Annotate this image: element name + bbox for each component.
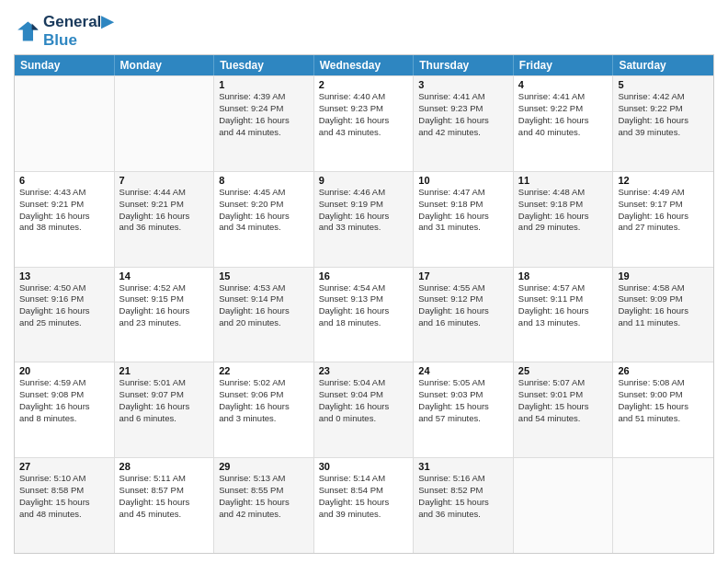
cell-line: Daylight: 16 hours xyxy=(319,401,409,413)
cell-line: Sunrise: 4:47 AM xyxy=(418,187,508,199)
page: General▶ Blue SundayMondayTuesdayWednesd… xyxy=(0,0,728,563)
cell-line: Sunset: 9:22 PM xyxy=(618,103,709,115)
calendar-cell: 25Sunrise: 5:07 AMSunset: 9:01 PMDayligh… xyxy=(514,362,614,457)
day-number: 18 xyxy=(518,270,609,282)
cell-line: Daylight: 15 hours xyxy=(319,497,409,509)
cell-line: Daylight: 16 hours xyxy=(418,305,508,317)
day-number: 20 xyxy=(19,365,109,376)
cell-line: Sunset: 9:23 PM xyxy=(418,103,508,115)
cell-line: Sunset: 8:57 PM xyxy=(119,485,210,497)
cell-line: Daylight: 16 hours xyxy=(19,211,109,223)
cell-line: Sunset: 9:16 PM xyxy=(19,293,109,305)
cell-line: and 6 minutes. xyxy=(119,413,210,425)
cell-line: Sunrise: 5:13 AM xyxy=(219,473,309,485)
cell-line: Sunrise: 4:48 AM xyxy=(518,187,609,199)
cell-line: and 42 minutes. xyxy=(219,509,309,521)
cell-line: Daylight: 16 hours xyxy=(618,211,709,223)
cell-line: Sunrise: 4:54 AM xyxy=(319,282,409,294)
calendar-header-cell: Friday xyxy=(514,55,614,75)
cell-line: and 8 minutes. xyxy=(19,413,109,425)
day-number: 22 xyxy=(219,365,309,376)
calendar-cell xyxy=(613,458,713,553)
calendar-cell xyxy=(115,76,215,171)
calendar-cell xyxy=(15,76,115,171)
cell-line: Sunset: 9:17 PM xyxy=(618,199,709,211)
cell-line: Daylight: 15 hours xyxy=(518,401,609,413)
day-number: 5 xyxy=(618,79,709,90)
day-number: 30 xyxy=(319,461,409,472)
header: General▶ Blue xyxy=(14,9,714,49)
cell-line: Sunrise: 5:02 AM xyxy=(219,377,309,389)
cell-line: Sunset: 9:20 PM xyxy=(219,199,309,211)
cell-line: Sunset: 9:03 PM xyxy=(418,389,508,401)
cell-line: and 39 minutes. xyxy=(618,127,709,139)
cell-line: Sunset: 9:24 PM xyxy=(219,103,309,115)
day-number: 1 xyxy=(219,79,309,90)
cell-line: Daylight: 16 hours xyxy=(618,305,709,317)
cell-line: and 33 minutes. xyxy=(319,222,409,234)
cell-line: Sunrise: 4:39 AM xyxy=(219,91,309,103)
cell-line: Sunrise: 5:14 AM xyxy=(319,473,409,485)
cell-line: Daylight: 16 hours xyxy=(319,115,409,127)
calendar-cell: 14Sunrise: 4:52 AMSunset: 9:15 PMDayligh… xyxy=(115,268,215,362)
cell-line: Daylight: 16 hours xyxy=(119,401,210,413)
svg-marker-2 xyxy=(32,23,39,29)
day-number: 10 xyxy=(418,175,508,186)
cell-line: and 18 minutes. xyxy=(319,317,409,329)
calendar-cell: 22Sunrise: 5:02 AMSunset: 9:06 PMDayligh… xyxy=(214,362,314,457)
cell-line: Sunset: 9:19 PM xyxy=(319,199,409,211)
calendar-cell: 16Sunrise: 4:54 AMSunset: 9:13 PMDayligh… xyxy=(314,268,415,362)
day-number: 13 xyxy=(19,270,109,282)
cell-line: Daylight: 16 hours xyxy=(119,211,210,223)
cell-line: Sunrise: 4:57 AM xyxy=(518,282,609,294)
cell-line: and 23 minutes. xyxy=(119,317,210,329)
cell-line: Daylight: 16 hours xyxy=(518,115,609,127)
cell-line: Sunset: 9:18 PM xyxy=(418,199,508,211)
cell-line: Sunset: 9:11 PM xyxy=(518,293,609,305)
cell-line: and 3 minutes. xyxy=(219,413,309,425)
cell-line: and 39 minutes. xyxy=(319,509,409,521)
day-number: 17 xyxy=(418,270,508,282)
cell-line: Daylight: 16 hours xyxy=(19,401,109,413)
calendar-header-cell: Monday xyxy=(115,55,215,75)
cell-line: Daylight: 16 hours xyxy=(219,401,309,413)
calendar-cell: 23Sunrise: 5:04 AMSunset: 9:04 PMDayligh… xyxy=(314,362,415,457)
cell-line: Sunrise: 4:49 AM xyxy=(618,187,709,199)
cell-line: Sunset: 9:15 PM xyxy=(119,293,210,305)
cell-line: Sunrise: 4:50 AM xyxy=(19,282,109,294)
cell-line: Daylight: 15 hours xyxy=(418,497,508,509)
cell-line: and 48 minutes. xyxy=(19,509,109,521)
cell-line: Sunset: 9:07 PM xyxy=(119,389,210,401)
cell-line: Sunrise: 5:04 AM xyxy=(319,377,409,389)
calendar-cell: 19Sunrise: 4:58 AMSunset: 9:09 PMDayligh… xyxy=(613,268,713,362)
calendar-header-cell: Tuesday xyxy=(214,55,314,75)
day-number: 23 xyxy=(319,365,409,376)
day-number: 25 xyxy=(518,365,609,376)
cell-line: Sunrise: 4:45 AM xyxy=(219,187,309,199)
day-number: 16 xyxy=(319,270,409,282)
logo-icon xyxy=(14,18,40,44)
cell-line: Sunrise: 5:05 AM xyxy=(418,377,508,389)
day-number: 29 xyxy=(219,461,309,472)
calendar-cell: 18Sunrise: 4:57 AMSunset: 9:11 PMDayligh… xyxy=(514,268,614,362)
cell-line: Daylight: 16 hours xyxy=(618,115,709,127)
calendar-row: 20Sunrise: 4:59 AMSunset: 9:08 PMDayligh… xyxy=(15,362,713,457)
cell-line: Daylight: 15 hours xyxy=(418,401,508,413)
cell-line: Sunset: 8:52 PM xyxy=(418,485,508,497)
cell-line: and 42 minutes. xyxy=(418,127,508,139)
cell-line: Sunrise: 5:11 AM xyxy=(119,473,210,485)
cell-line: Sunset: 9:01 PM xyxy=(518,389,609,401)
cell-line: and 0 minutes. xyxy=(319,413,409,425)
cell-line: Sunrise: 5:10 AM xyxy=(19,473,109,485)
cell-line: Daylight: 16 hours xyxy=(219,115,309,127)
cell-line: Sunrise: 4:43 AM xyxy=(19,187,109,199)
day-number: 26 xyxy=(618,365,709,376)
cell-line: Daylight: 16 hours xyxy=(319,305,409,317)
cell-line: Sunset: 8:55 PM xyxy=(219,485,309,497)
calendar-header-cell: Sunday xyxy=(15,55,115,75)
calendar-cell: 7Sunrise: 4:44 AMSunset: 9:21 PMDaylight… xyxy=(115,172,215,267)
calendar-header-cell: Saturday xyxy=(613,55,713,75)
cell-line: and 40 minutes. xyxy=(518,127,609,139)
cell-line: Sunset: 9:23 PM xyxy=(319,103,409,115)
calendar-cell: 27Sunrise: 5:10 AMSunset: 8:58 PMDayligh… xyxy=(15,458,115,553)
